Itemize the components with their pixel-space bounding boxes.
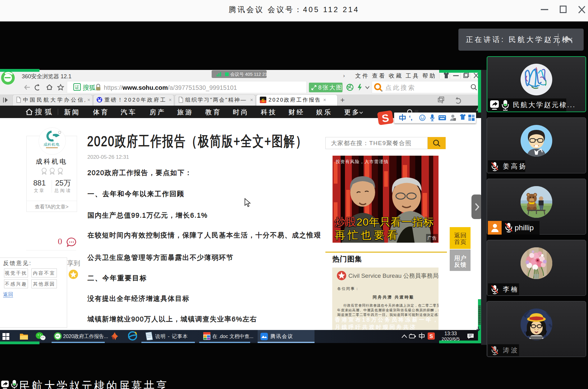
svg-text:广告: 广告 (427, 236, 437, 240)
svg-text:成科机电: 成科机电 (44, 142, 60, 147)
svg-text:投资有风险，入市需谨慎: 投资有风险，入市需谨慎 (336, 159, 389, 164)
svg-text:期追溯至二零二零年四月一日。我知道同事可能對這個決定感到失望: 期追溯至二零二零年四月一日。我知道同事可能對這個決定感到失望。 (337, 313, 439, 317)
svg-text:各位同事：: 各位同事： (337, 286, 360, 291)
svg-text:香港宣布18万公务员将冻薪一年，林郑: 香港宣布18万公务员将冻薪一年，林郑 (335, 317, 439, 323)
svg-text:年度凍結高層、中層及低層薪金級別和首長級公務員的薪酬，生效日: 年度凍結高層、中層及低層薪金級別和首長級公務員的薪酬，生效日 (337, 308, 439, 312)
svg-text:证: 证 (75, 85, 80, 90)
svg-text:Civil Service Bureau 公務員事務局: Civil Service Bureau 公務員事務局 (348, 272, 439, 279)
svg-text:同舟共濟 共渡時艱: 同舟共濟 共渡時艱 (373, 295, 415, 300)
svg-text:S: S (430, 333, 433, 339)
svg-text:S: S (261, 98, 264, 103)
svg-text:行政長官會同行政會議在今天的會議上決定，在二零二零至二一: 行政長官會同行政會議在今天的會議上決定，在二零二零至二一 (343, 304, 439, 307)
svg-text:月娥呼吁共渡时艰同舟共济: 月娥呼吁共渡时艰同舟共济 (335, 324, 417, 330)
